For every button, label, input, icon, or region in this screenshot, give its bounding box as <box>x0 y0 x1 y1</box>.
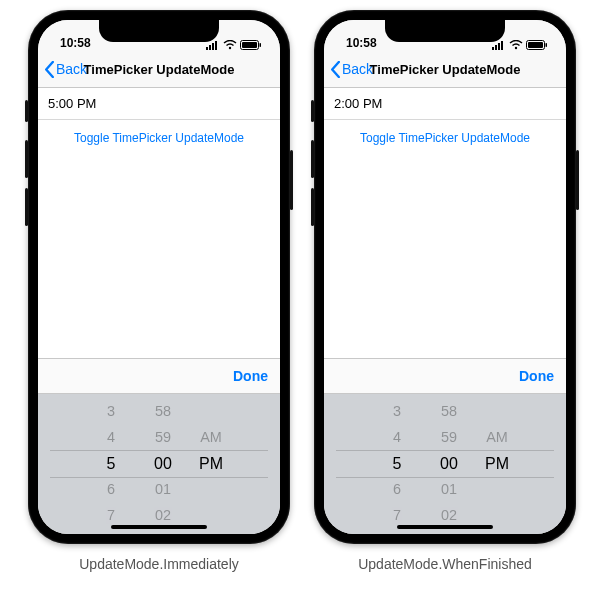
done-button[interactable]: Done <box>233 368 268 384</box>
back-label: Back <box>342 61 373 77</box>
time-picker[interactable]: 2 3 4 5 6 7 8 57 58 59 <box>324 394 566 534</box>
picker-item: 58 <box>426 400 473 423</box>
picker-item: 57 <box>428 394 470 396</box>
phone-right: 10:58 <box>314 10 576 544</box>
picker-item: 59 <box>140 426 187 449</box>
time-field[interactable]: 2:00 PM <box>324 88 566 120</box>
svg-point-4 <box>229 47 231 49</box>
picker-item-selected: 00 <box>423 451 475 477</box>
picker-item: 01 <box>426 478 473 501</box>
toggle-updatemode-button[interactable]: Toggle TimePicker UpdateMode <box>360 131 530 145</box>
content-area <box>38 156 280 358</box>
svg-rect-1 <box>209 45 211 50</box>
content-area <box>324 156 566 358</box>
picker-item <box>479 394 514 396</box>
picker-item <box>477 478 517 501</box>
svg-rect-14 <box>528 42 543 48</box>
svg-rect-10 <box>498 43 500 50</box>
svg-rect-9 <box>495 45 497 50</box>
svg-rect-3 <box>215 41 217 50</box>
home-indicator[interactable] <box>397 525 493 529</box>
nav-bar: Back TimePicker UpdateMode <box>324 51 566 88</box>
mute-switch <box>311 100 314 122</box>
picker-ampm-column[interactable]: AM PM <box>475 394 519 534</box>
caption-left: UpdateMode.Immediately <box>79 556 239 572</box>
picker-item: 3 <box>88 400 135 423</box>
input-accessory-bar: Done <box>324 358 566 394</box>
volume-up <box>25 140 28 178</box>
battery-icon <box>526 40 548 50</box>
time-field[interactable]: 5:00 PM <box>38 88 280 120</box>
picker-hour-column[interactable]: 2 3 4 5 6 7 8 <box>85 394 137 534</box>
home-indicator[interactable] <box>111 525 207 529</box>
svg-point-12 <box>515 47 517 49</box>
picker-ampm-column[interactable]: AM PM <box>189 394 233 534</box>
svg-rect-2 <box>212 43 214 50</box>
picker-item: 3 <box>374 400 421 423</box>
status-time: 10:58 <box>60 36 91 50</box>
toggle-updatemode-button[interactable]: Toggle TimePicker UpdateMode <box>74 131 244 145</box>
picker-item: 2 <box>376 394 418 396</box>
side-button <box>576 150 579 210</box>
picker-item <box>479 532 514 534</box>
done-button[interactable]: Done <box>519 368 554 384</box>
svg-rect-8 <box>492 47 494 50</box>
nav-bar: Back TimePicker UpdateMode <box>38 51 280 88</box>
picker-item: 6 <box>374 478 421 501</box>
volume-down <box>25 188 28 226</box>
picker-item: 4 <box>88 426 135 449</box>
picker-item-selected: PM <box>189 451 233 477</box>
picker-item-selected: 5 <box>85 451 137 477</box>
battery-icon <box>240 40 262 50</box>
picker-item: 2 <box>90 394 132 396</box>
chevron-left-icon <box>330 61 341 78</box>
svg-rect-7 <box>260 43 262 47</box>
picker-item: 03 <box>428 532 470 534</box>
picker-item <box>193 532 228 534</box>
wifi-icon <box>223 40 237 50</box>
phone-left: 10:58 <box>28 10 290 544</box>
back-button[interactable]: Back <box>44 61 87 78</box>
picker-item <box>191 400 231 423</box>
picker-item: 58 <box>140 400 187 423</box>
back-button[interactable]: Back <box>330 61 373 78</box>
time-picker[interactable]: 2 3 4 5 6 7 8 57 58 59 <box>38 394 280 534</box>
svg-rect-0 <box>206 47 208 50</box>
picker-item: 4 <box>374 426 421 449</box>
picker-item: 8 <box>376 532 418 534</box>
notch <box>99 20 219 42</box>
picker-item <box>193 394 228 396</box>
status-time: 10:58 <box>346 36 377 50</box>
picker-item-selected: 5 <box>371 451 423 477</box>
picker-item-selected: 00 <box>137 451 189 477</box>
picker-item: AM <box>191 426 231 449</box>
chevron-left-icon <box>44 61 55 78</box>
mute-switch <box>25 100 28 122</box>
picker-minute-column[interactable]: 57 58 59 00 01 02 03 <box>137 394 189 534</box>
notch <box>385 20 505 42</box>
picker-item: AM <box>477 426 517 449</box>
picker-item <box>191 478 231 501</box>
picker-item: 57 <box>142 394 184 396</box>
side-button <box>290 150 293 210</box>
svg-rect-15 <box>546 43 548 47</box>
picker-item: 59 <box>426 426 473 449</box>
picker-item: 03 <box>142 532 184 534</box>
volume-down <box>311 188 314 226</box>
input-accessory-bar: Done <box>38 358 280 394</box>
picker-item-selected: PM <box>475 451 519 477</box>
caption-right: UpdateMode.WhenFinished <box>358 556 532 572</box>
picker-item: 6 <box>88 478 135 501</box>
picker-item <box>477 400 517 423</box>
volume-up <box>311 140 314 178</box>
svg-rect-6 <box>242 42 257 48</box>
picker-item: 8 <box>90 532 132 534</box>
picker-minute-column[interactable]: 57 58 59 00 01 02 03 <box>423 394 475 534</box>
svg-rect-11 <box>501 41 503 50</box>
back-label: Back <box>56 61 87 77</box>
picker-hour-column[interactable]: 2 3 4 5 6 7 8 <box>371 394 423 534</box>
picker-item: 01 <box>140 478 187 501</box>
wifi-icon <box>509 40 523 50</box>
